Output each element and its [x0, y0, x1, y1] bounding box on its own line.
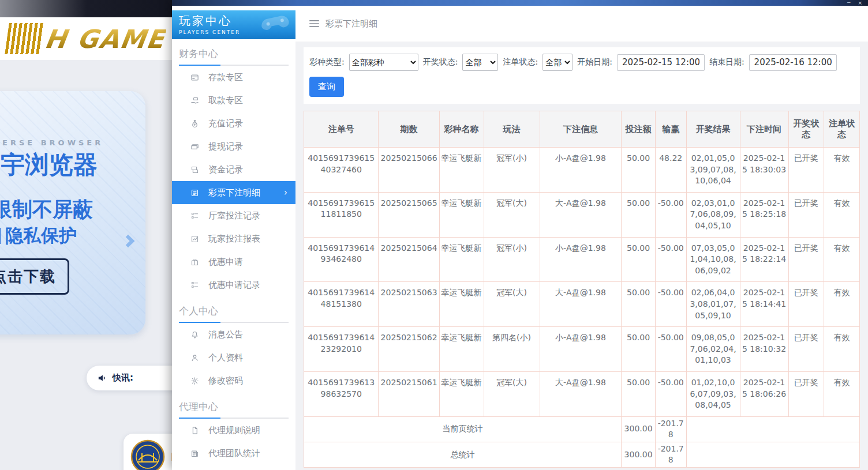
column-header: 注单状态 — [824, 111, 860, 148]
chevron-right-icon: › — [284, 187, 287, 198]
end-date-input[interactable] — [749, 54, 837, 71]
news-icon — [190, 449, 199, 458]
chevron-right-icon — [122, 235, 135, 248]
query-button[interactable]: 查询 — [309, 77, 344, 97]
lottery-type-select[interactable]: 全部彩种 — [349, 54, 418, 71]
sidebar-item-funds-notes[interactable]: 资金记录 — [172, 158, 295, 181]
table-cell: 小-A盘@1.98 — [540, 237, 622, 282]
summary-bet-total: 300.00 — [622, 416, 656, 442]
summary-row: 当前页统计300.00-201.78 — [304, 416, 860, 442]
column-header: 玩法 — [484, 111, 540, 148]
bets-table-wrap: 注单号期数彩种名称玩法下注信息投注额输赢开奖结果下注时间开奖状态注单状态4015… — [304, 111, 860, 468]
main-content: 彩票下注明细 彩种类型: 全部彩种 开奖状态: 全部 注单状态: 全部 开始日期… — [295, 6, 868, 470]
table-row: 40156917396139863257020250215061幸运飞艇新冠军(… — [304, 371, 860, 416]
table-cell: 已开奖 — [788, 282, 824, 327]
table-cell: 02,06,04,03,08,01,07,05,09,10 — [686, 282, 740, 327]
table-cell: 冠军(小) — [484, 148, 540, 193]
player-center-popup: ─ × 玩家中心 PLAYERS CENTER 财务中心 存款专区 — [172, 0, 868, 470]
sidebar-section-header: 代理中心 — [179, 400, 289, 419]
page-title: 彩票下注明细 — [326, 18, 377, 29]
table-cell: 已开奖 — [788, 148, 824, 193]
sidebar-item-bell[interactable]: 消息公告 — [172, 323, 295, 346]
table-cell: 2025-02-15 18:22:14 — [740, 237, 788, 282]
table-cell: 02,03,01,07,06,08,09,04,05,10 — [686, 192, 740, 237]
sidebar-item-bet-detail[interactable]: 彩票下注明细 › — [172, 181, 295, 204]
column-header: 注单号 — [304, 111, 379, 148]
sidebar-item-report-chart[interactable]: 玩家投注报表 — [172, 227, 295, 250]
sidebar-item-withdraw-hand[interactable]: 取款专区 — [172, 89, 295, 112]
table-cell: 冠军(大) — [484, 282, 540, 327]
download-button[interactable]: 点击下载 — [0, 258, 69, 295]
table-cell: 有效 — [824, 371, 860, 416]
start-date-label: 开始日期: — [577, 57, 612, 67]
person-icon — [190, 354, 199, 362]
minimize-icon[interactable]: ─ — [847, 1, 850, 6]
promo-banner[interactable]: ERSE BROWSER 宇浏览器 限制不屏蔽 隐私保护 点击下载 — [0, 91, 145, 334]
table-row: 40156917396151181185020250215065幸运飞艇新冠军(… — [304, 192, 860, 237]
hamburger-menu-icon[interactable] — [309, 20, 319, 28]
table-cell: 已开奖 — [788, 327, 824, 372]
summary-row: 总统计300.00-201.78 — [304, 442, 860, 467]
close-icon[interactable]: × — [858, 1, 862, 6]
lottery-type-label: 彩种类型: — [309, 57, 345, 67]
sidebar-item-recharge-bag[interactable]: 充值记录 — [172, 112, 295, 135]
table-cell: 50.00 — [622, 237, 656, 282]
hall-list-icon — [190, 212, 199, 220]
table-cell: 48.22 — [655, 148, 686, 193]
start-date-input[interactable] — [617, 54, 705, 71]
table-cell: 已开奖 — [788, 237, 824, 282]
table-cell: 有效 — [824, 282, 860, 327]
summary-winloss-total: -201.78 — [655, 442, 686, 467]
breadcrumb: 彩票下注明细 — [295, 6, 868, 42]
sidebar-item-hall-list[interactable]: 厅室投注记录 — [172, 204, 295, 227]
sidebar-section-header: 财务中心 — [179, 47, 289, 66]
table-cell: 幸运飞艇新 — [439, 327, 484, 372]
withdraw-wallet-icon — [190, 142, 199, 151]
sidebar-item-deposit-card[interactable]: 存款专区 — [172, 66, 295, 89]
table-cell: -50.00 — [655, 192, 686, 237]
table-cell: 小-A盘@1.98 — [540, 327, 622, 372]
sidebar-header: 玩家中心 PLAYERS CENTER — [172, 10, 295, 39]
table-cell: 已开奖 — [788, 192, 824, 237]
sidebar-item-person[interactable]: 个人资料 — [172, 346, 295, 369]
column-header: 彩种名称 — [439, 111, 484, 148]
table-cell: -50.00 — [655, 327, 686, 372]
table-cell: 20250215066 — [379, 148, 439, 193]
table-cell: 09,08,05,07,06,02,04,01,10,03 — [686, 327, 740, 372]
table-cell: 401569173961398632570 — [304, 371, 379, 416]
sidebar-item-doc[interactable]: 代理规则说明 — [172, 419, 295, 442]
summary-winloss-total: -201.78 — [655, 416, 686, 442]
table-cell: 有效 — [824, 148, 860, 193]
sidebar-item-gear[interactable]: 修改密码 — [172, 369, 295, 392]
banner-tagline: ERSE BROWSER — [2, 138, 103, 147]
doc-icon — [190, 426, 199, 435]
table-cell: 幸运飞艇新 — [439, 282, 484, 327]
brand-logo[interactable]: H GAME — [5, 23, 167, 54]
table-cell: 幸运飞艇新 — [439, 148, 484, 193]
banner-title: 宇浏览器 — [1, 149, 98, 181]
table-cell: 2025-02-15 18:30:03 — [740, 148, 788, 193]
end-date-label: 结束日期: — [709, 57, 744, 67]
table-cell: 冠军(小) — [484, 237, 540, 282]
draw-status-select[interactable]: 全部 — [462, 54, 498, 71]
sidebar-item-promo-gift[interactable]: 优惠申请 — [172, 250, 295, 273]
table-cell: 2025-02-15 18:25:18 — [740, 192, 788, 237]
sidebar-item-withdraw-wallet[interactable]: 提现记录 — [172, 135, 295, 158]
table-cell: -50.00 — [655, 371, 686, 416]
report-chart-icon — [190, 235, 199, 243]
brand-logo-text: H GAME — [43, 24, 167, 54]
table-cell: 50.00 — [622, 148, 656, 193]
speaker-icon — [96, 373, 107, 383]
table-cell: 401569173961448151380 — [304, 282, 379, 327]
order-status-select[interactable]: 全部 — [542, 54, 573, 71]
table-cell: 2025-02-15 18:10:32 — [740, 327, 788, 372]
gear-icon — [190, 377, 199, 385]
nba-team-logo-icon — [130, 439, 165, 470]
table-cell: 幸运飞艇新 — [439, 371, 484, 416]
column-header: 开奖结果 — [686, 111, 740, 148]
sidebar-item-news[interactable]: 代理团队统计 — [172, 442, 295, 465]
promo-list-icon — [190, 281, 199, 289]
sidebar-nav: 财务中心 存款专区 取款专区 充值记录 提现记录 资金记录 彩票下注明细 › 厅… — [172, 47, 295, 465]
summary-label: 当前页统计 — [304, 416, 622, 442]
sidebar-item-promo-list[interactable]: 优惠申请记录 — [172, 273, 295, 296]
